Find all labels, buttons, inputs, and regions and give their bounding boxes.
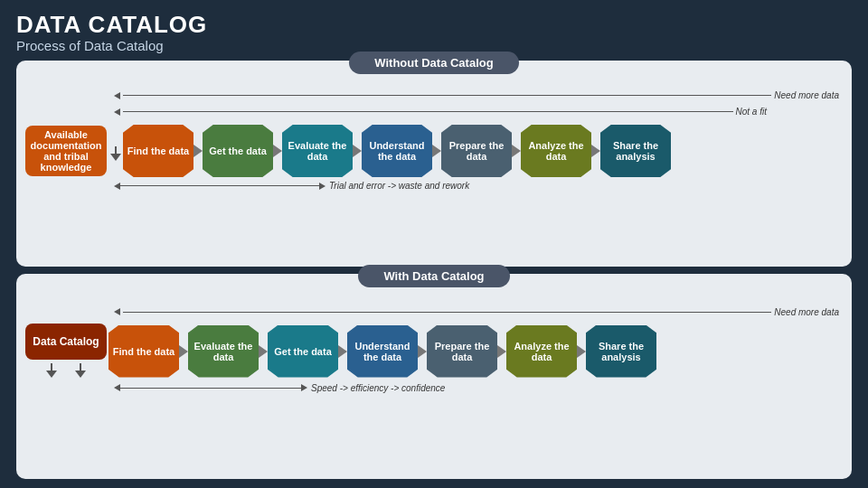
feedback1-line	[123, 95, 771, 96]
top-node-1: Find the data	[123, 125, 193, 177]
feedback1-label: Need more data	[774, 90, 843, 100]
bottom-diagram: With Data Catalog Need more data Data Ca…	[16, 274, 852, 480]
svg-marker-8	[338, 345, 347, 358]
bottom-node-4: Understand the data	[347, 325, 418, 378]
chevron-4	[432, 145, 441, 157]
bottom-diagram-title: With Data Catalog	[358, 265, 509, 287]
bottom-chevron-4	[418, 345, 427, 358]
top-diagram: Without Data Catalog Need more data Not …	[16, 61, 852, 267]
top-node-7: Share the analysis	[600, 125, 671, 177]
bottom-chevron-2	[259, 345, 268, 358]
feedback2-label: Not a fit	[736, 107, 770, 117]
down-arrows-bottom	[46, 361, 86, 380]
diagrams-area: Without Data Catalog Need more data Not …	[16, 61, 852, 479]
top-node-5: Prepare the data	[441, 125, 512, 177]
top-node-3: Evaluate the data	[282, 125, 353, 177]
chevron-6	[591, 145, 600, 157]
svg-marker-1	[273, 145, 282, 157]
bottom-bottom-annotation: Speed -> efficiency -> confidence	[114, 383, 843, 393]
svg-marker-11	[577, 345, 586, 358]
feedback1-arrowhead	[114, 92, 120, 99]
bottom-node-2: Evaluate the data	[188, 325, 259, 378]
chevron-5	[512, 145, 521, 157]
top-diagram-title: Without Data Catalog	[349, 52, 518, 74]
chevron-2	[273, 145, 282, 157]
down-arrow-b1	[46, 363, 57, 378]
down-arrow-b2	[75, 363, 86, 378]
svg-marker-9	[418, 345, 427, 358]
svg-marker-0	[193, 145, 203, 157]
chevron-1	[193, 145, 203, 157]
top-diagram-header: Without Data Catalog	[25, 52, 843, 74]
bottom-node-7: Share the analysis	[586, 325, 656, 378]
top-node-4: Understand the data	[362, 125, 432, 177]
bi-arrow-bottom	[114, 384, 307, 391]
bottom-node-6: Analyze the data	[506, 325, 577, 378]
bottom-node-1: Find the data	[108, 325, 179, 378]
svg-marker-10	[497, 345, 506, 358]
bottom-chevron-5	[497, 345, 506, 358]
bi-arrow-top	[114, 183, 326, 190]
feedback2-arrowhead	[114, 108, 120, 116]
bottom-chevron-3	[338, 345, 347, 358]
bottom-diagram-header: With Data Catalog	[25, 265, 843, 287]
top-node-2: Get the data	[203, 125, 273, 177]
svg-marker-6	[179, 345, 188, 358]
svg-marker-7	[259, 345, 268, 358]
top-nodes-row: Find the data Get the data Evaluate the	[123, 125, 671, 177]
page: DATA CATALOG Process of Data Catalog Wit…	[0, 0, 868, 488]
down-arrow-1	[110, 146, 121, 161]
catalog-box: Data Catalog	[25, 324, 107, 360]
svg-marker-5	[591, 145, 600, 157]
bottom-chevron-6	[577, 345, 586, 358]
svg-marker-3	[432, 145, 441, 157]
top-bottom-annotation: Trial and error -> waste and rework	[114, 181, 843, 191]
bottom-feedback1-arrowhead	[114, 308, 120, 315]
svg-marker-2	[353, 145, 362, 157]
knowledge-box: Available documentation and tribal knowl…	[25, 126, 107, 176]
feedback2-line	[123, 111, 733, 112]
svg-marker-4	[512, 145, 521, 157]
chevron-3	[353, 145, 362, 157]
bottom-nodes-row: Find the data Evaluate the data Get the	[108, 325, 656, 378]
bottom-chevron-1	[179, 345, 188, 358]
top-node-6: Analyze the data	[521, 125, 591, 177]
bottom-feedback1-label: Need more data	[774, 307, 843, 317]
bottom-feedback1-line	[123, 312, 771, 313]
page-title: DATA CATALOG	[16, 13, 852, 36]
bottom-node-3: Get the data	[268, 325, 338, 378]
bottom-node-5: Prepare the data	[427, 325, 497, 378]
